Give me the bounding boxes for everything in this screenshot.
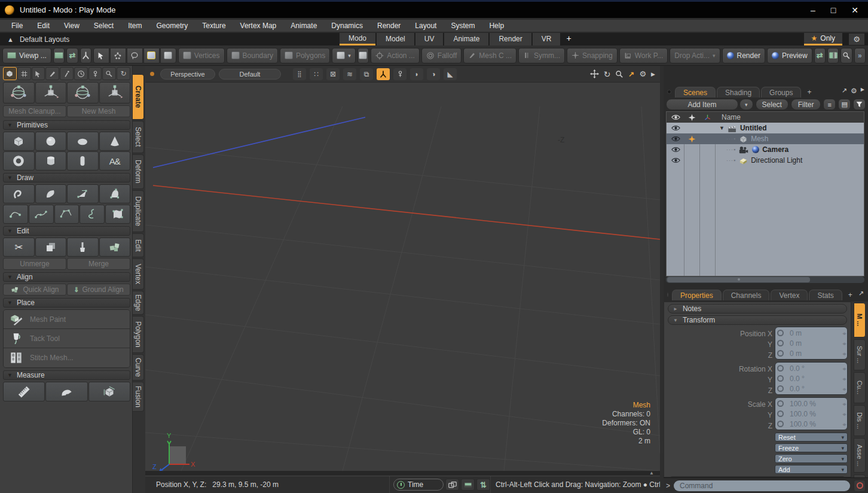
channel-ring-icon[interactable]	[777, 350, 784, 357]
mode-sculpt-button[interactable]	[60, 67, 74, 80]
measure-ruler-button[interactable]	[3, 382, 45, 401]
tool-tab-duplicate[interactable]: Duplicate	[133, 190, 144, 232]
axis-column-icon[interactable]	[704, 114, 711, 121]
overlay-toggle[interactable]: ⧉	[360, 68, 373, 80]
menu-select[interactable]: Select	[87, 20, 120, 31]
render-flag-icon[interactable]	[688, 135, 696, 143]
polygons-mode-button[interactable]: Polygons	[280, 48, 330, 63]
select-button[interactable]: Select	[756, 99, 788, 110]
preview-button[interactable]: Preview	[767, 48, 812, 63]
menu-texture[interactable]: Texture	[195, 20, 232, 31]
position-z-field[interactable]: 0 m◂▸	[775, 348, 847, 358]
panel-dot-icon[interactable]	[667, 90, 671, 94]
stepper-icon[interactable]: ◂▸	[842, 411, 845, 417]
auto-select-button[interactable]	[93, 48, 109, 63]
zero-dropdown-button[interactable]: Zero▾	[775, 454, 848, 463]
add-item-caret[interactable]: ▾	[739, 99, 753, 110]
play-mode-toggle[interactable]	[377, 68, 390, 80]
primitive-capsule-button[interactable]	[67, 151, 99, 171]
tab-add[interactable]: +	[843, 290, 857, 300]
toggle-panels-button[interactable]: ⇄	[814, 48, 826, 63]
tab-stats[interactable]: Stats	[809, 290, 842, 300]
menu-animate[interactable]: Animate	[284, 20, 323, 31]
tool-tab-deform[interactable]: Deform	[133, 154, 144, 189]
side-tab-assembly[interactable]: Asse ...	[854, 438, 866, 473]
align-section-header[interactable]: ▼Align	[3, 272, 130, 282]
stepper-icon[interactable]: ◂▸	[842, 351, 845, 357]
collapse-list-button[interactable]: ≡	[823, 99, 836, 110]
tool-move-gizmo-button[interactable]	[35, 82, 67, 104]
draw-section-header[interactable]: ▼Draw	[3, 173, 130, 182]
mode-rig-button[interactable]	[88, 67, 102, 80]
panel-dot-icon[interactable]	[667, 293, 668, 297]
item-mode-dropdown[interactable]: ▾	[332, 48, 356, 63]
mesh-cleanup-button[interactable]: Mesh Cleanup...	[3, 105, 66, 117]
scene-item-mesh[interactable]: ···▪ Mesh	[667, 133, 864, 144]
background-toggle[interactable]: ◣	[444, 68, 457, 80]
position-y-field[interactable]: 0 m◂▸	[775, 338, 847, 348]
layout-windows-button[interactable]	[445, 479, 459, 491]
tab-add[interactable]: +	[802, 87, 816, 98]
channel-ring-icon[interactable]	[777, 330, 784, 336]
timeline-collapse-strip[interactable]: ▲	[145, 471, 660, 476]
wireframe-toggle[interactable]: ⣿	[293, 68, 306, 80]
rotation-y-field[interactable]: 0.0 °◂▸	[775, 373, 847, 384]
vertices-mode-button[interactable]: Vertices	[178, 48, 225, 63]
mode-select-button[interactable]	[32, 67, 45, 80]
falloff-button[interactable]: Falloff	[421, 48, 461, 63]
list-style-button[interactable]: ▤	[838, 99, 851, 110]
primitive-cylinder-button[interactable]	[35, 151, 67, 171]
layout-tab-vr[interactable]: VR	[533, 33, 561, 45]
drop-action-dropdown[interactable]: Drop Acti...▾	[670, 48, 720, 63]
menu-layout[interactable]: Layout	[408, 20, 443, 31]
pop-out-icon[interactable]: ↗	[858, 290, 864, 298]
name-column-header[interactable]: Name	[722, 113, 741, 121]
pan-icon[interactable]	[590, 69, 599, 78]
primitive-torus-button[interactable]	[3, 151, 35, 171]
layout-tab-render[interactable]: Render	[490, 33, 531, 45]
panel-menu-icon[interactable]: ▶	[861, 87, 864, 95]
viewport-3d-canvas[interactable]: -Z Y X Z Mesh Channels: 0 Deformers: ON …	[145, 83, 660, 471]
lasso-select-button[interactable]	[127, 48, 143, 63]
rotation-z-field[interactable]: 0.0 °◂▸	[775, 384, 847, 394]
paint-select-button[interactable]	[160, 48, 176, 63]
items-mode-button[interactable]	[80, 48, 91, 63]
freeze-dropdown-button[interactable]: Freeze▾	[775, 443, 848, 452]
quad-view-toggle[interactable]: ∷	[310, 68, 323, 80]
expand-timeline-icon[interactable]: ▲	[649, 470, 654, 476]
place-section-header[interactable]: ▼Place	[3, 298, 130, 308]
position-x-field[interactable]: 0 m◂▸	[775, 328, 847, 338]
tool-sphere-gizmo-button[interactable]	[3, 82, 35, 104]
color-scheme-button[interactable]	[827, 48, 839, 63]
stitch-mesh-tool[interactable]: Stitch Mesh...	[4, 348, 130, 367]
shading-toggle[interactable]: ≋	[343, 68, 356, 80]
gl-screen-button[interactable]	[461, 479, 475, 491]
hierarchy-select-button[interactable]	[110, 48, 126, 63]
menu-system[interactable]: System	[444, 20, 481, 31]
viewport-settings-icon[interactable]: ⚙	[639, 69, 646, 78]
channel-ring-icon[interactable]	[777, 365, 784, 372]
tool-rotate-gizmo-button[interactable]	[67, 82, 99, 104]
scene-item-camera[interactable]: ···▪ Camera	[667, 144, 864, 155]
tool-tab-curve[interactable]: Curve	[133, 354, 144, 381]
draw-spiral-button[interactable]	[3, 184, 35, 203]
viewport-layout-button[interactable]: Viewp ...	[2, 48, 51, 63]
tool-scale-gizmo-button[interactable]	[99, 82, 131, 104]
shadow-toggle[interactable]: ◗	[410, 68, 423, 80]
viewport-menu-icon[interactable]: ▶	[651, 71, 655, 77]
gl-display-button[interactable]	[53, 48, 65, 63]
camera-view-dropdown[interactable]: Perspective	[160, 69, 215, 80]
side-tab-displacement[interactable]: Dis ...	[854, 405, 866, 436]
visibility-eye-icon[interactable]	[671, 136, 680, 142]
channel-ring-icon[interactable]	[777, 385, 784, 392]
stepper-icon[interactable]: ◂▸	[842, 340, 845, 346]
action-center-button[interactable]: Action ...	[371, 48, 420, 63]
material-mode-button[interactable]	[357, 48, 369, 63]
mode-utility-button[interactable]	[102, 67, 116, 80]
maximize-viewport-icon[interactable]: ↗	[628, 70, 634, 78]
work-plane-button[interactable]: Work P...	[619, 48, 668, 63]
tool-tab-polygon[interactable]: Polygon	[133, 316, 144, 353]
primitive-sphere-button[interactable]	[35, 132, 67, 151]
layout-tab-add[interactable]: +	[561, 33, 576, 45]
rotation-x-field[interactable]: 0.0 °◂▸	[775, 363, 847, 373]
